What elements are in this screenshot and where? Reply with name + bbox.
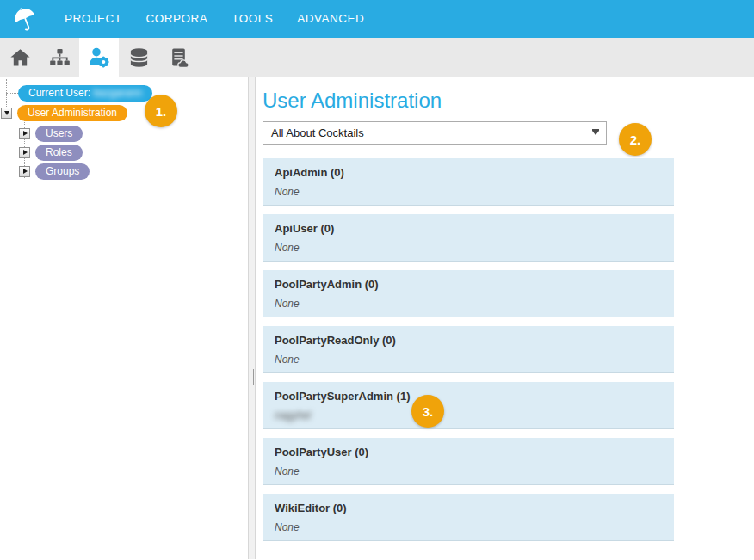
current-user-label: Current User: [28,87,90,99]
role-title: PoolPartySuperAdmin (1) [275,390,662,403]
tree-item-users[interactable]: Users [35,126,83,142]
role-members: None [275,242,662,254]
menu-item-project[interactable]: PROJECT [53,0,134,38]
menu-item-advanced[interactable]: ADVANCED [285,0,376,38]
expand-expander-icon[interactable] [19,128,30,139]
page-title: User Administration [263,89,754,113]
hierarchy-icon[interactable] [40,38,79,77]
annotation-badge-3: 3. [411,395,444,428]
database-icon[interactable] [119,38,158,77]
role-card-apiadmin: ApiAdmin (0) None [263,158,674,206]
annotation-badge-1: 1. [145,95,177,127]
icon-toolbar [0,38,754,77]
chevron-down-icon [592,131,599,135]
main-panel: User Administration All About Cocktails … [256,77,754,559]
role-title: PoolPartyUser (0) [275,446,662,458]
collapse-expander-icon[interactable] [1,108,12,119]
server-cloud-icon[interactable] [158,38,198,77]
project-dropdown-value: All About Cocktails [271,126,364,139]
role-list: ApiAdmin (0) None ApiUser (0) None PoolP… [263,158,674,541]
poolparty-umbrella-logo[interactable] [10,4,40,34]
annotation-badge-2: 2. [619,123,652,156]
tree-item-groups[interactable]: Groups [35,163,90,180]
role-card-poolpartyadmin: PoolPartyAdmin (0) None [263,270,674,317]
role-members: None [275,298,662,310]
project-dropdown[interactable]: All About Cocktails [263,121,607,145]
tree-item-roles[interactable]: Roles [35,145,83,161]
panel-splitter[interactable] [248,77,256,559]
navigation-tree: Current User: bazgarann User Administrat… [0,77,248,559]
expand-expander-icon[interactable] [19,147,30,158]
role-members: nagyhel [275,409,662,422]
tree-item-user-administration[interactable]: User Administration [17,105,127,121]
tree-item-current-user[interactable]: Current User: bazgarann [18,85,152,102]
menu-item-corpora[interactable]: CORPORA [134,0,220,38]
current-user-value: bazgarann [93,87,142,99]
role-members: None [275,521,662,533]
role-card-apiuser: ApiUser (0) None [263,214,674,262]
role-card-poolpartysuperadmin: PoolPartySuperAdmin (1) nagyhel [263,382,674,429]
role-title: ApiAdmin (0) [275,166,662,179]
role-title: PoolPartyAdmin (0) [275,278,662,291]
role-title: WikiEditor (0) [275,502,662,514]
menu-item-tools[interactable]: TOOLS [219,0,285,38]
role-card-wikieditor: WikiEditor (0) None [263,494,674,541]
main-menu: PROJECT CORPORA TOOLS ADVANCED [53,0,376,38]
role-card-poolpartyreadonly: PoolPartyReadOnly (0) None [263,326,674,373]
role-members: None [275,186,662,198]
role-title: PoolPartyReadOnly (0) [275,334,662,347]
role-card-poolpartyuser: PoolPartyUser (0) None [263,438,674,485]
role-members: None [275,465,662,477]
expand-expander-icon[interactable] [19,166,30,177]
role-members: None [275,354,662,366]
splitter-grip-icon [250,369,254,385]
role-title: ApiUser (0) [275,222,662,235]
top-navigation-bar: PROJECT CORPORA TOOLS ADVANCED [0,0,754,38]
user-administration-icon[interactable] [79,38,119,77]
home-icon[interactable] [0,38,40,77]
app-window: PROJECT CORPORA TOOLS ADVANCED [0,0,754,560]
tree-connector [6,93,18,94]
